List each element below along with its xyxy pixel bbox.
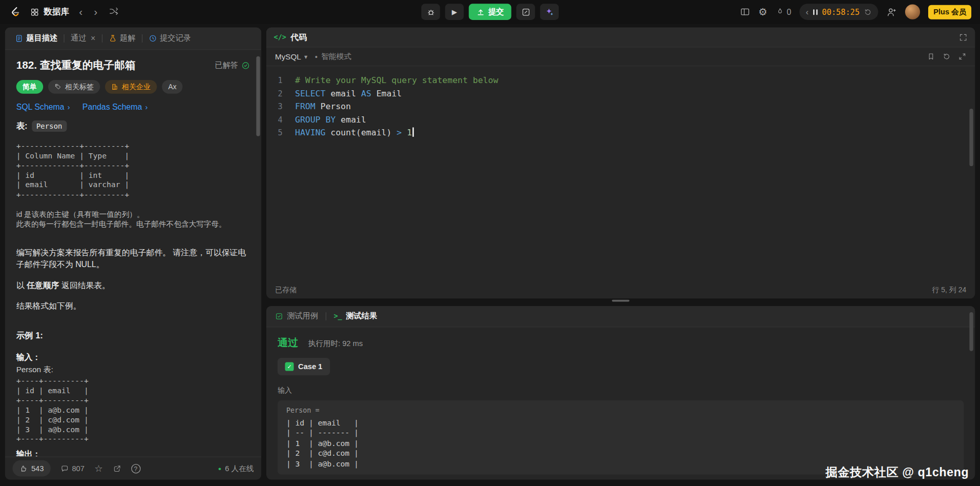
share-icon <box>113 464 121 473</box>
share-button[interactable] <box>113 464 121 473</box>
favorite-button[interactable]: ☆ <box>94 463 103 474</box>
test-result-content: 通过 执行用时: 92 ms ✓ Case 1 输入 Person = | id… <box>266 328 975 480</box>
like-count: 543 <box>31 464 44 473</box>
invite-user-button[interactable] <box>887 7 897 17</box>
tab-passed-result[interactable]: 通过 × <box>67 33 99 44</box>
language-label: MySQL <box>275 52 301 61</box>
comment-icon <box>61 464 69 473</box>
online-count: 6 人在线 <box>225 463 254 474</box>
related-tags-button[interactable]: 相关标签 <box>48 80 100 94</box>
document-icon <box>15 34 23 43</box>
play-icon: ▶ <box>452 8 457 16</box>
extra-tag[interactable]: Ax <box>162 80 183 94</box>
feedback-button[interactable]: ? <box>131 464 140 473</box>
tab-problem-description[interactable]: 题目描述 <box>11 33 61 44</box>
case-label: Case 1 <box>298 362 322 371</box>
tab-solutions[interactable]: 题解 <box>105 33 139 44</box>
plus-membership-badge[interactable]: Plus 会员 <box>928 5 971 19</box>
reset-timer-icon[interactable] <box>864 8 872 16</box>
smart-mode-toggle[interactable]: • 智能模式 <box>315 51 351 62</box>
watermark: 掘金技术社区 @ q1cheng <box>826 464 969 481</box>
tab-testcase[interactable]: 测试用例 <box>275 311 318 322</box>
code-line[interactable]: 4GROUP BY email <box>266 113 975 126</box>
sql-schema-link[interactable]: SQL Schema › <box>16 103 70 112</box>
desc-bold-text: 任意顺序 <box>27 280 59 290</box>
terminal-icon: >_ <box>334 312 342 320</box>
difficulty-badge[interactable]: 简单 <box>16 80 43 94</box>
code-line[interactable]: 2SELECT email AS Email <box>266 87 975 100</box>
example-ascii-table: +----+---------+ | id | email | +----+--… <box>16 377 250 444</box>
sql-schema-label: SQL Schema <box>16 103 65 112</box>
resize-grip-handle[interactable] <box>612 299 630 301</box>
online-dot-icon: • <box>218 464 221 473</box>
cursor-position: 行 5, 列 24 <box>932 285 966 294</box>
note-icon <box>521 7 530 16</box>
editor-scrollbar[interactable] <box>969 109 973 166</box>
right-column: </> 代码 MySQL ▾ • <box>266 28 975 480</box>
like-button[interactable]: 543 <box>12 460 50 477</box>
avatar[interactable] <box>905 5 920 19</box>
ai-assistant-button[interactable] <box>540 4 559 20</box>
input-value-block: Person = | id | email | | -- | ------- |… <box>278 400 964 475</box>
pandas-schema-link[interactable]: Pandas Schema › <box>83 103 148 112</box>
app-scale-wrapper: 数据库 ‹ › ▶ <box>0 0 980 486</box>
expand-icon[interactable] <box>958 52 967 60</box>
verdict-label: 通过 <box>278 336 298 350</box>
mode-dot-icon: • <box>315 52 318 61</box>
bookmark-icon[interactable] <box>927 52 935 60</box>
pandas-schema-label: Pandas Schema <box>83 103 142 112</box>
code-line[interactable]: 3FROM Person <box>266 100 975 113</box>
tab-label: 通过 <box>71 33 86 44</box>
debug-icon <box>426 7 435 16</box>
layout-button[interactable] <box>740 7 750 16</box>
language-selector[interactable]: MySQL ▾ <box>275 52 307 61</box>
description-paragraph: 结果格式如下例。 <box>16 300 250 312</box>
table-declaration: 表: Person <box>16 120 250 132</box>
related-companies-button[interactable]: 相关企业 <box>105 80 157 94</box>
code-line[interactable]: 1# Write your MySQL query statement belo… <box>266 74 975 87</box>
problem-content[interactable]: 182. 查找重复的电子邮箱 已解答 简单 相关标签 <box>5 51 261 457</box>
test-panel-scrollbar[interactable] <box>969 312 973 351</box>
smart-mode-label: 智能模式 <box>321 51 351 62</box>
desc-text: 以 <box>16 280 27 290</box>
fullscreen-icon[interactable] <box>959 33 968 42</box>
pause-icon[interactable] <box>813 9 817 15</box>
code-line[interactable]: 5HAVING count(email) > 1 <box>266 126 975 139</box>
submit-button[interactable]: 提交 <box>469 4 512 20</box>
nav-back-button[interactable]: ‹ <box>78 7 84 17</box>
settings-button[interactable]: ⚙ <box>758 6 767 18</box>
grid-icon <box>30 7 39 16</box>
reset-code-icon[interactable] <box>943 52 951 60</box>
close-icon[interactable]: × <box>91 34 95 43</box>
tab-test-result[interactable]: >_ 测试结果 <box>334 311 377 322</box>
timer-widget[interactable]: ‹ 00:58:25 <box>799 4 878 20</box>
leetcode-logo-icon[interactable] <box>9 6 21 18</box>
code-editor[interactable]: 1# Write your MySQL query statement belo… <box>266 66 975 139</box>
save-status: 已存储 <box>275 285 297 294</box>
clock-icon <box>148 34 156 43</box>
comments-button[interactable]: 807 <box>61 464 84 473</box>
problem-title: 182. 查找重复的电子邮箱 <box>16 58 135 72</box>
chevron-right-icon: › <box>145 103 148 111</box>
run-button[interactable]: ▶ <box>445 4 464 20</box>
timer-collapse-icon[interactable]: ‹ <box>806 7 809 16</box>
streak-counter[interactable]: 0 <box>775 7 791 16</box>
solved-label: 已解答 <box>214 60 238 71</box>
help-icon: ? <box>131 464 140 473</box>
code-title-label: 代码 <box>290 32 307 43</box>
example-output-label: 输出： <box>16 448 250 456</box>
case-1-button[interactable]: ✓ Case 1 <box>278 358 330 375</box>
problem-scrollbar[interactable] <box>256 56 260 136</box>
tab-submissions[interactable]: 提交记录 <box>145 33 194 44</box>
solved-status: 已解答 <box>214 60 250 71</box>
debug-button[interactable] <box>421 4 440 20</box>
tab-divider <box>326 312 326 320</box>
random-question-button[interactable] <box>107 6 120 18</box>
nav-forward-button[interactable]: › <box>93 7 99 17</box>
chevron-right-icon: › <box>94 6 97 18</box>
chevron-right-icon: › <box>67 103 70 111</box>
database-menu[interactable]: 数据库 <box>30 6 69 17</box>
thumbs-up-icon <box>19 464 28 473</box>
notes-button[interactable] <box>516 4 535 20</box>
desc-text: 返回结果表。 <box>59 280 110 290</box>
